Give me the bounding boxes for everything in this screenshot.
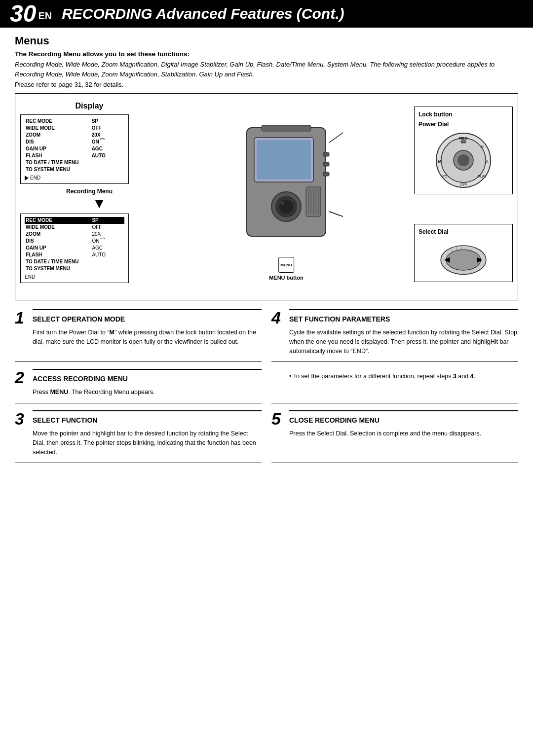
select-dial-label: Select Dial — [419, 228, 508, 235]
step-5: 5 CLOSE RECORDING MENU Press the Select … — [271, 410, 518, 463]
step-3-number: 3 — [15, 410, 30, 427]
menu-table-2: REC MODE SP WIDE MODEOFF ZOOM20X DISON ⁀… — [25, 217, 124, 272]
table-row: GAIN UPAGC — [25, 145, 124, 152]
step-5-title: CLOSE RECORDING MENU — [289, 410, 518, 424]
svg-rect-10 — [323, 172, 329, 176]
step-2-body: Press MENU. The Recording Menu appears. — [33, 388, 262, 397]
table-row: FLASHAUTO — [25, 152, 124, 159]
page-suffix: EN — [38, 10, 52, 22]
menus-heading: Menus — [15, 35, 518, 47]
table-row: REC MODE SP — [25, 217, 124, 224]
table-row: ZOOM20X — [25, 231, 124, 238]
recording-menu-label: Recording Menu — [20, 188, 158, 195]
svg-rect-8 — [323, 152, 329, 156]
svg-text:◀: ◀ — [444, 255, 450, 263]
svg-rect-2 — [257, 140, 311, 180]
arrow-right-icon — [25, 176, 29, 180]
intro-plain-text: Please refer to page 31, 32 for details. — [15, 81, 518, 88]
menu-button-area: MENU MENU button — [269, 257, 304, 281]
table-row: TO SYSTEM MENU — [25, 166, 124, 173]
svg-point-5 — [279, 200, 293, 214]
page-header: 30 EN RECORDING Advanced Features (Cont.… — [0, 0, 533, 28]
menu-button[interactable]: MENU — [278, 257, 294, 273]
table-row: GAIN UPAGC — [25, 245, 124, 252]
step-4: 4 SET FUNCTION PARAMETERS Cycle the avai… — [271, 309, 518, 362]
table-row: ZOOM20X — [25, 132, 124, 139]
menu-table-1: REC MODESP WIDE MODEOFF ZOOM20X DISON ⁀ … — [25, 118, 124, 173]
table-row: FLASHAUTO — [25, 252, 124, 258]
svg-text:M: M — [438, 159, 442, 164]
table-row: DISON ⁀ — [25, 139, 124, 145]
step-3: 3 SELECT FUNCTION Move the pointer and h… — [15, 410, 262, 463]
svg-rect-9 — [323, 162, 329, 166]
table-row: DISON ⁀ — [25, 238, 124, 245]
table-row: TO DATE / TIME MENU — [25, 159, 124, 166]
arrow-down-icon: ▼ — [40, 197, 158, 211]
select-dial-svg: ▶ ◀ — [439, 238, 488, 278]
svg-line-18 — [329, 212, 343, 216]
power-dial-box: Lock button Power Dial REC M A PLAY OFF … — [414, 107, 513, 194]
svg-point-32 — [446, 250, 481, 270]
svg-text:OFF: OFF — [460, 183, 467, 186]
step-5-header: 5 CLOSE RECORDING MENU — [271, 410, 518, 427]
svg-text:A: A — [486, 160, 489, 163]
svg-text:M: M — [481, 145, 484, 148]
table-row: WIDE MODEOFF — [25, 224, 124, 231]
svg-text:▶: ▶ — [477, 255, 483, 263]
steps-section: 1 SELECT OPERATION MODE First turn the P… — [15, 309, 518, 470]
svg-rect-30 — [461, 141, 466, 143]
step-4-bullet: To set the parameters for a different fu… — [271, 369, 518, 403]
step-4-title: SET FUNCTION PARAMETERS — [289, 309, 518, 323]
table-row: WIDE MODEOFF — [25, 125, 124, 132]
end-marker-1: END — [25, 175, 124, 180]
recording-menu-intro-bold: The Recording Menu allows you to set the… — [15, 50, 518, 58]
step-5-number: 5 — [271, 410, 286, 427]
svg-point-29 — [457, 154, 469, 166]
step-4-header: 4 SET FUNCTION PARAMETERS — [271, 309, 518, 326]
step-2-header: 2 ACCESS RECORDING MENU — [15, 369, 262, 386]
svg-line-17 — [329, 133, 343, 143]
step-4-bullet-text: To set the parameters for a different fu… — [289, 372, 518, 381]
end-text-2: END — [25, 274, 35, 280]
display-label: Display — [20, 102, 158, 110]
step-4-body: Cycle the available settings of the sele… — [289, 328, 518, 356]
menu-box-2: REC MODE SP WIDE MODEOFF ZOOM20X DISON ⁀… — [20, 214, 129, 283]
step-3-body: Move the pointer and highlight bar to th… — [33, 429, 262, 457]
select-dial-box: Select Dial ▶ ◀ — [414, 224, 513, 282]
menu-button-label: MENU button — [269, 275, 304, 281]
power-dial-label: Power Dial — [419, 121, 508, 128]
svg-point-6 — [281, 202, 284, 205]
step-1-title: SELECT OPERATION MODE — [33, 309, 262, 323]
step-3-title: SELECT FUNCTION — [33, 410, 262, 424]
step-1-number: 1 — [15, 309, 30, 326]
controls-panel: Lock button Power Dial REC M A PLAY OFF … — [414, 102, 513, 292]
camera-area: MENU MENU button — [163, 102, 409, 292]
svg-text:PC: PC — [442, 175, 447, 178]
step-3-header: 3 SELECT FUNCTION — [15, 410, 262, 427]
table-row: REC MODESP — [25, 118, 124, 125]
page-number: 30 — [10, 2, 36, 26]
page-title: RECORDING Advanced Features (Cont.) — [62, 5, 344, 22]
power-dial-svg: REC M A PLAY OFF PC M — [434, 131, 493, 190]
menu-box-1: REC MODESP WIDE MODEOFF ZOOM20X DISON ⁀ … — [20, 114, 129, 184]
table-row: TO DATE / TIME MENU — [25, 258, 124, 265]
step-2-number: 2 — [15, 369, 30, 386]
svg-text:REC: REC — [459, 136, 468, 141]
step-1: 1 SELECT OPERATION MODE First turn the P… — [15, 309, 262, 362]
menu-btn-text: MENU — [280, 263, 292, 267]
step-2-title: ACCESS RECORDING MENU — [33, 369, 262, 383]
intro-italic-text: Recording Mode, Wide Mode, Zoom Magnific… — [15, 60, 518, 79]
end-text-1: END — [30, 175, 40, 180]
svg-text:PLAY: PLAY — [478, 175, 487, 178]
display-panel: Display REC MODESP WIDE MODEOFF ZOOM20X … — [20, 102, 158, 292]
step-1-body: First turn the Power Dial to “M” while p… — [33, 328, 262, 347]
end-marker-2: END — [25, 274, 124, 280]
diagram-box: Display REC MODESP WIDE MODEOFF ZOOM20X … — [15, 93, 518, 300]
step-2: 2 ACCESS RECORDING MENU Press MENU. The … — [15, 369, 262, 403]
step-5-body: Press the Select Dial. Selection is comp… — [289, 429, 518, 438]
camera-illustration — [227, 113, 345, 261]
svg-rect-7 — [262, 125, 311, 131]
step-4-number: 4 — [271, 309, 286, 326]
table-row: TO SYSTEM MENU — [25, 265, 124, 272]
step-1-header: 1 SELECT OPERATION MODE — [15, 309, 262, 326]
